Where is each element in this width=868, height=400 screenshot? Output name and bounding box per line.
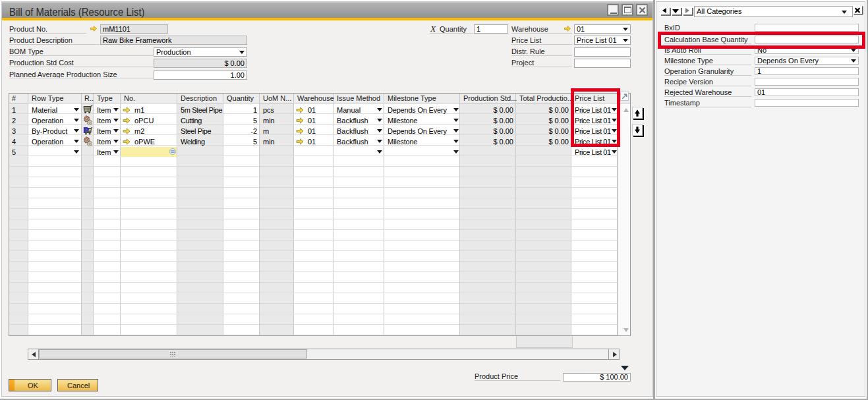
svg-text:P: P bbox=[83, 125, 89, 135]
